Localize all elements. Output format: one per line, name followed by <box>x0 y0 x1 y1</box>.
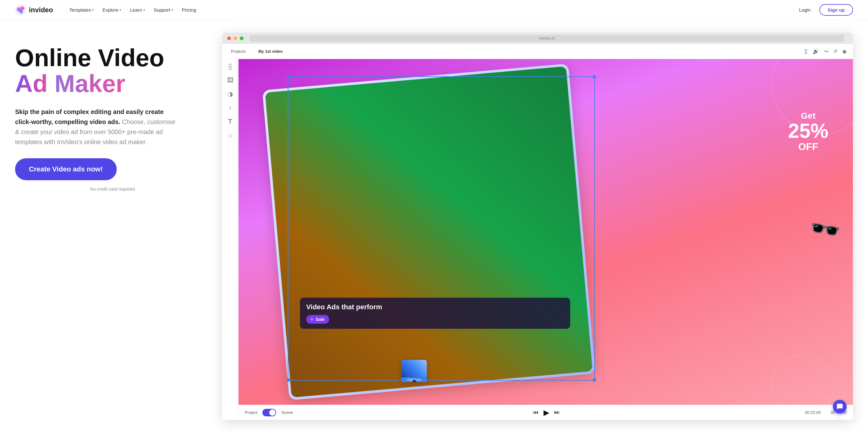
browser-min-dot <box>234 36 237 40</box>
chevron-down-icon: ▾ <box>120 8 121 11</box>
clip-drag-handle[interactable] <box>412 380 416 382</box>
editor-toolbar-icons: ⣿ 🔊 ↪ ↺ ◉ <box>804 48 847 54</box>
editor-preview: invideo.io Projects My 1st video ⣿ 🔊 ↪ ↺… <box>222 33 853 420</box>
browser-max-dot <box>240 36 244 40</box>
text-icon[interactable]: T <box>228 117 232 126</box>
phone-image <box>265 66 593 397</box>
split-icon[interactable]: ⣿ <box>804 48 808 54</box>
play-button[interactable]: ▶ <box>544 408 549 417</box>
ad-main-text: Video Ads that perform <box>306 303 564 312</box>
tab-projects[interactable]: Projects <box>228 48 248 55</box>
ad-promo-text: Get 25% OFF <box>788 111 829 153</box>
timeline-current-time: 00:22:00 <box>805 410 821 415</box>
ad-sale-text: Sale <box>316 317 325 322</box>
logo-icon <box>15 4 26 16</box>
editor-timeline: Project Scene ⏮ ▶ ⏭ 00:22:00 00:44:00 <box>239 405 853 420</box>
tab-video[interactable]: My 1st video <box>256 48 285 55</box>
svg-point-2 <box>21 6 25 10</box>
chat-icon <box>836 403 843 410</box>
clip-thumbnail[interactable]: Clip2.mov <box>402 360 427 382</box>
phone-mockup <box>262 63 596 401</box>
logo-text: invideo <box>29 6 53 14</box>
logo[interactable]: invideo <box>15 4 53 16</box>
nav-pricing[interactable]: Pricing <box>178 5 200 15</box>
browser-url-bar[interactable]: invideo.io <box>250 35 844 42</box>
volume-icon[interactable]: 🔊 <box>813 48 819 54</box>
browser-bar: invideo.io <box>222 33 853 44</box>
timeline-toggle[interactable] <box>262 409 276 416</box>
navbar: invideo Templates ▾ Explore ▾ Learn ▾ Su… <box>0 0 868 20</box>
phone-inner <box>265 66 593 397</box>
chevron-down-icon: ▾ <box>144 8 145 11</box>
undo-icon[interactable]: ↺ <box>833 48 837 54</box>
ad-sale-badge: Sale <box>306 315 329 324</box>
nav-auth: Login Sign up <box>795 4 853 16</box>
nav-links: Templates ▾ Explore ▾ Learn ▾ Support ▾ … <box>66 5 795 15</box>
sunglasses-decoration: 🕶️ <box>807 212 843 247</box>
editor-sidebar: ⣿ 🖼 ◑ ♪ T ☆ <box>222 59 239 420</box>
nav-support[interactable]: Support ▾ <box>150 5 177 15</box>
canvas-area: Video Ads that perform Sale Get 25% OFF <box>239 59 853 420</box>
transitions-icon[interactable]: ◑ <box>227 90 233 98</box>
clip-thumb-image <box>402 360 427 378</box>
elements-icon[interactable]: ⣿ <box>228 63 232 70</box>
theme-icon[interactable]: ◉ <box>842 48 847 54</box>
login-button[interactable]: Login <box>795 5 814 15</box>
hero-left: Online Video Ad Maker Skip the pain of c… <box>15 39 210 191</box>
nav-templates[interactable]: Templates ▾ <box>66 5 97 15</box>
prev-button[interactable]: ⏮ <box>533 409 538 416</box>
browser-close-dot <box>227 36 231 40</box>
redo-icon[interactable]: ↪ <box>824 48 828 54</box>
browser-window: invideo.io Projects My 1st video ⣿ 🔊 ↪ ↺… <box>222 33 853 420</box>
chevron-down-icon: ▾ <box>171 8 173 11</box>
favorites-icon[interactable]: ☆ <box>227 132 233 140</box>
toggle-dot <box>269 410 276 416</box>
ad-off-text: OFF <box>788 141 829 153</box>
next-button[interactable]: ⏭ <box>554 409 560 416</box>
cta-button[interactable]: Create Video ads now! <box>15 158 117 180</box>
chevron-down-icon: ▾ <box>92 8 94 11</box>
nav-learn[interactable]: Learn ▾ <box>126 5 149 15</box>
media-icon[interactable]: 🖼 <box>227 77 234 84</box>
ad-text-box: Video Ads that perform Sale <box>300 298 570 329</box>
editor-topbar: Projects My 1st video ⣿ 🔊 ↪ ↺ ◉ <box>222 44 853 59</box>
editor-body: ⣿ 🖼 ◑ ♪ T ☆ <box>222 59 853 420</box>
timeline-project-label: Project <box>245 410 257 415</box>
ad-canvas: Video Ads that perform Sale Get 25% OFF <box>239 59 853 405</box>
timeline-controls: ⏮ ▶ ⏭ <box>533 408 560 417</box>
no-credit-card-text: No credit card required <box>15 186 210 191</box>
music-icon[interactable]: ♪ <box>229 104 232 111</box>
main-content: Online Video Ad Maker Skip the pain of c… <box>0 20 868 444</box>
sale-dot <box>311 318 313 321</box>
hero-title: Online Video Ad Maker <box>15 45 210 97</box>
ad-percentage-text: 25% <box>788 121 829 141</box>
svg-point-3 <box>20 10 23 13</box>
signup-button[interactable]: Sign up <box>819 4 853 16</box>
hero-description: Skip the pain of complex editing and eas… <box>15 107 178 147</box>
timeline-scene-label: Scene <box>281 410 293 415</box>
nav-explore[interactable]: Explore ▾ <box>98 5 125 15</box>
